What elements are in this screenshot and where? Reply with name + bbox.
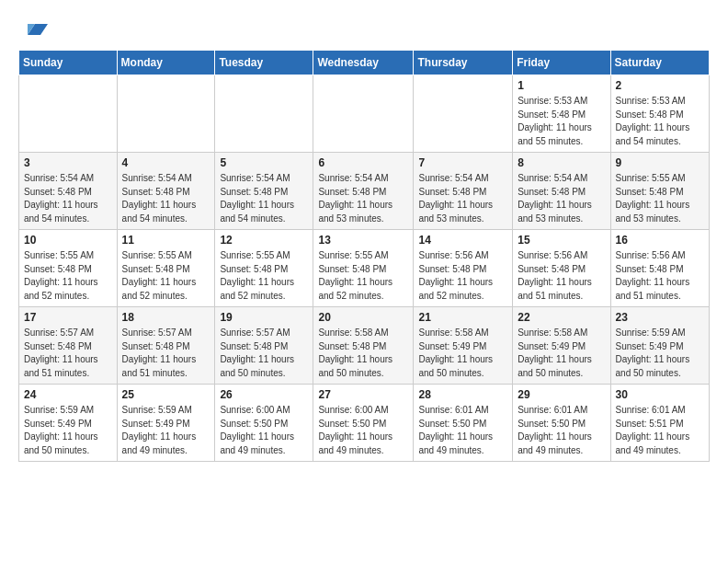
- day-cell: 19Sunrise: 5:57 AM Sunset: 5:48 PM Dayli…: [215, 307, 313, 385]
- day-number: 2: [616, 79, 704, 92]
- day-cell: 24Sunrise: 5:59 AM Sunset: 5:49 PM Dayli…: [19, 385, 118, 462]
- day-number: 5: [220, 156, 308, 169]
- day-cell: 12Sunrise: 5:55 AM Sunset: 5:48 PM Dayli…: [215, 230, 313, 307]
- day-cell: 26Sunrise: 6:00 AM Sunset: 5:50 PM Dayli…: [215, 385, 313, 462]
- day-info: Sunrise: 5:55 AM Sunset: 5:48 PM Dayligh…: [318, 249, 408, 303]
- day-number: 8: [518, 156, 605, 169]
- day-number: 3: [24, 156, 112, 169]
- day-number: 4: [122, 156, 210, 169]
- day-number: 25: [122, 388, 210, 401]
- day-cell: 8Sunrise: 5:54 AM Sunset: 5:48 PM Daylig…: [513, 153, 610, 230]
- day-cell: 4Sunrise: 5:54 AM Sunset: 5:48 PM Daylig…: [117, 153, 215, 230]
- day-info: Sunrise: 5:58 AM Sunset: 5:49 PM Dayligh…: [418, 327, 507, 380]
- day-info: Sunrise: 5:57 AM Sunset: 5:48 PM Dayligh…: [220, 327, 308, 380]
- day-number: 30: [616, 388, 704, 401]
- day-cell: 14Sunrise: 5:56 AM Sunset: 5:48 PM Dayli…: [414, 230, 513, 307]
- day-number: 27: [318, 388, 408, 401]
- week-row-4: 17Sunrise: 5:57 AM Sunset: 5:48 PM Dayli…: [19, 307, 710, 385]
- day-number: 17: [24, 311, 112, 324]
- page: SundayMondayTuesdayWednesdayThursdayFrid…: [0, 0, 728, 477]
- logo-icon: [20, 15, 48, 42]
- col-header-thursday: Thursday: [414, 51, 513, 75]
- day-cell: 1Sunrise: 5:53 AM Sunset: 5:48 PM Daylig…: [513, 75, 610, 153]
- col-header-monday: Monday: [117, 51, 215, 75]
- day-info: Sunrise: 5:55 AM Sunset: 5:48 PM Dayligh…: [24, 249, 112, 303]
- day-number: 22: [518, 311, 605, 324]
- day-cell: 27Sunrise: 6:00 AM Sunset: 5:50 PM Dayli…: [313, 385, 414, 462]
- day-info: Sunrise: 5:59 AM Sunset: 5:49 PM Dayligh…: [122, 404, 210, 457]
- day-cell: [19, 75, 118, 153]
- day-cell: [117, 75, 215, 153]
- day-number: 9: [616, 156, 704, 169]
- day-cell: 9Sunrise: 5:55 AM Sunset: 5:48 PM Daylig…: [610, 153, 709, 230]
- day-number: 29: [518, 388, 605, 401]
- day-cell: 6Sunrise: 5:54 AM Sunset: 5:48 PM Daylig…: [313, 153, 414, 230]
- col-header-wednesday: Wednesday: [313, 51, 414, 75]
- header: [18, 15, 710, 42]
- day-cell: 17Sunrise: 5:57 AM Sunset: 5:48 PM Dayli…: [19, 307, 118, 385]
- day-cell: [313, 75, 414, 153]
- day-info: Sunrise: 6:00 AM Sunset: 5:50 PM Dayligh…: [318, 404, 408, 457]
- day-cell: 22Sunrise: 5:58 AM Sunset: 5:49 PM Dayli…: [513, 307, 610, 385]
- col-header-tuesday: Tuesday: [215, 51, 313, 75]
- day-cell: 18Sunrise: 5:57 AM Sunset: 5:48 PM Dayli…: [117, 307, 215, 385]
- day-info: Sunrise: 5:56 AM Sunset: 5:48 PM Dayligh…: [616, 249, 704, 303]
- day-number: 15: [518, 234, 605, 247]
- day-info: Sunrise: 5:54 AM Sunset: 5:48 PM Dayligh…: [24, 172, 112, 225]
- day-info: Sunrise: 6:01 AM Sunset: 5:50 PM Dayligh…: [518, 404, 605, 457]
- calendar: SundayMondayTuesdayWednesdayThursdayFrid…: [18, 50, 710, 462]
- day-number: 21: [418, 311, 507, 324]
- col-header-saturday: Saturday: [610, 51, 709, 75]
- day-info: Sunrise: 6:00 AM Sunset: 5:50 PM Dayligh…: [220, 404, 308, 457]
- day-number: 20: [318, 311, 408, 324]
- day-number: 26: [220, 388, 308, 401]
- day-cell: 30Sunrise: 6:01 AM Sunset: 5:51 PM Dayli…: [610, 385, 709, 462]
- col-header-friday: Friday: [513, 51, 610, 75]
- day-number: 19: [220, 311, 308, 324]
- day-info: Sunrise: 5:53 AM Sunset: 5:48 PM Dayligh…: [518, 95, 605, 148]
- day-number: 13: [318, 234, 408, 247]
- day-info: Sunrise: 5:59 AM Sunset: 5:49 PM Dayligh…: [616, 327, 704, 380]
- day-info: Sunrise: 5:55 AM Sunset: 5:48 PM Dayligh…: [220, 249, 308, 303]
- day-number: 18: [122, 311, 210, 324]
- day-number: 16: [616, 234, 704, 247]
- day-cell: 5Sunrise: 5:54 AM Sunset: 5:48 PM Daylig…: [215, 153, 313, 230]
- day-cell: 2Sunrise: 5:53 AM Sunset: 5:48 PM Daylig…: [610, 75, 709, 153]
- day-number: 10: [24, 234, 112, 247]
- day-number: 1: [518, 79, 605, 92]
- day-number: 12: [220, 234, 308, 247]
- day-info: Sunrise: 5:59 AM Sunset: 5:49 PM Dayligh…: [24, 404, 112, 457]
- day-number: 14: [418, 234, 507, 247]
- logo: [18, 15, 48, 42]
- day-cell: 15Sunrise: 5:56 AM Sunset: 5:48 PM Dayli…: [513, 230, 610, 307]
- day-cell: 10Sunrise: 5:55 AM Sunset: 5:48 PM Dayli…: [19, 230, 118, 307]
- day-number: 11: [122, 234, 210, 247]
- week-row-2: 3Sunrise: 5:54 AM Sunset: 5:48 PM Daylig…: [19, 153, 710, 230]
- day-cell: 23Sunrise: 5:59 AM Sunset: 5:49 PM Dayli…: [610, 307, 709, 385]
- day-info: Sunrise: 5:56 AM Sunset: 5:48 PM Dayligh…: [418, 249, 507, 303]
- day-cell: 29Sunrise: 6:01 AM Sunset: 5:50 PM Dayli…: [513, 385, 610, 462]
- day-cell: 16Sunrise: 5:56 AM Sunset: 5:48 PM Dayli…: [610, 230, 709, 307]
- day-info: Sunrise: 5:54 AM Sunset: 5:48 PM Dayligh…: [318, 172, 408, 225]
- day-info: Sunrise: 6:01 AM Sunset: 5:51 PM Dayligh…: [616, 404, 704, 457]
- day-info: Sunrise: 5:58 AM Sunset: 5:49 PM Dayligh…: [518, 327, 605, 380]
- day-number: 28: [418, 388, 507, 401]
- header-row: SundayMondayTuesdayWednesdayThursdayFrid…: [19, 51, 710, 75]
- day-info: Sunrise: 5:57 AM Sunset: 5:48 PM Dayligh…: [24, 327, 112, 380]
- day-info: Sunrise: 5:54 AM Sunset: 5:48 PM Dayligh…: [518, 172, 605, 225]
- col-header-sunday: Sunday: [19, 51, 118, 75]
- day-cell: [215, 75, 313, 153]
- day-info: Sunrise: 6:01 AM Sunset: 5:50 PM Dayligh…: [418, 404, 507, 457]
- week-row-5: 24Sunrise: 5:59 AM Sunset: 5:49 PM Dayli…: [19, 385, 710, 462]
- day-cell: 13Sunrise: 5:55 AM Sunset: 5:48 PM Dayli…: [313, 230, 414, 307]
- day-info: Sunrise: 5:54 AM Sunset: 5:48 PM Dayligh…: [122, 172, 210, 225]
- day-info: Sunrise: 5:55 AM Sunset: 5:48 PM Dayligh…: [122, 249, 210, 303]
- day-cell: 11Sunrise: 5:55 AM Sunset: 5:48 PM Dayli…: [117, 230, 215, 307]
- day-cell: 7Sunrise: 5:54 AM Sunset: 5:48 PM Daylig…: [414, 153, 513, 230]
- day-info: Sunrise: 5:56 AM Sunset: 5:48 PM Dayligh…: [518, 249, 605, 303]
- day-info: Sunrise: 5:54 AM Sunset: 5:48 PM Dayligh…: [418, 172, 507, 225]
- day-cell: 21Sunrise: 5:58 AM Sunset: 5:49 PM Dayli…: [414, 307, 513, 385]
- day-number: 6: [318, 156, 408, 169]
- day-info: Sunrise: 5:53 AM Sunset: 5:48 PM Dayligh…: [616, 95, 704, 148]
- day-cell: 20Sunrise: 5:58 AM Sunset: 5:48 PM Dayli…: [313, 307, 414, 385]
